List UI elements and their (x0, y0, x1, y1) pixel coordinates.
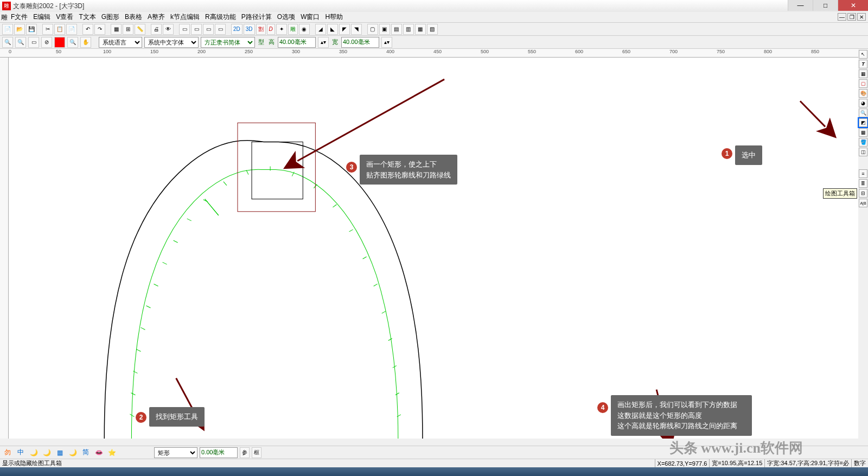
rtool-fill[interactable]: ▦ (859, 69, 867, 78)
menu-view[interactable]: V查看 (56, 12, 73, 22)
tool-a1[interactable]: ◢ (315, 24, 326, 35)
rtool-text[interactable]: T (859, 60, 867, 68)
width-label: 宽 (331, 38, 339, 46)
menu-advanced[interactable]: R高级功能 (205, 12, 236, 22)
rtool-ab[interactable]: A|B (859, 199, 867, 207)
tool-b3[interactable]: ▤ (391, 24, 402, 35)
tool-open[interactable]: 📂 (14, 24, 25, 35)
btool-5[interactable]: ▦ (54, 447, 65, 458)
canvas[interactable] (9, 58, 858, 439)
rtool-zoom[interactable]: 🔍 (859, 109, 867, 117)
shape-value[interactable]: 0.00毫米 (200, 447, 238, 458)
tool-layer1[interactable]: ▭ (179, 24, 190, 35)
tool-a4[interactable]: ◥ (351, 24, 362, 35)
badge-2: 2 (136, 412, 146, 423)
width-input[interactable]: 40.00毫米 (341, 37, 379, 48)
tool-redo[interactable]: ↷ (94, 24, 105, 35)
menu-file[interactable]: F文件 (11, 12, 28, 22)
mdi-restore-button[interactable]: ❐ (847, 13, 856, 21)
menu-window[interactable]: W窗口 (301, 12, 320, 22)
rtool-outline[interactable]: ▢ (859, 79, 867, 88)
close-button[interactable]: ✕ (838, 0, 868, 11)
tool-undo[interactable]: ↶ (82, 24, 93, 35)
rtool-align1[interactable]: ≡ (859, 169, 867, 178)
tool-ruler[interactable]: 📏 (135, 24, 145, 35)
tool-cut2[interactable]: 割 (256, 24, 266, 35)
tool-grid[interactable]: ▦ (111, 24, 122, 35)
minimize-button[interactable]: — (788, 0, 813, 11)
fill-red[interactable] (54, 37, 65, 48)
tool-b1[interactable]: ▢ (367, 24, 378, 35)
tool-save[interactable]: 💾 (26, 24, 37, 35)
shape-select[interactable]: 矩形 (154, 447, 197, 458)
rtool-color[interactable]: ▩ (859, 128, 867, 137)
btool-9[interactable]: ⭐ (106, 447, 117, 458)
tool-cut[interactable]: ✂ (42, 24, 53, 35)
tool-a2[interactable]: ◣ (327, 24, 338, 35)
rtool-palette[interactable]: 🎨 (859, 89, 867, 98)
menu-edit[interactable]: E编辑 (33, 12, 50, 22)
mdi-min-button[interactable]: — (838, 13, 846, 21)
zoom-tool[interactable]: 🔍 (67, 37, 78, 48)
menu-path[interactable]: P路径计算 (241, 12, 272, 22)
rtool-align2[interactable]: ≣ (859, 179, 867, 188)
btool-6[interactable]: 🌙 (67, 447, 78, 458)
tool-carve[interactable]: 雕 (288, 24, 298, 35)
menu-graphics[interactable]: G图形 (101, 12, 119, 22)
btool-3[interactable]: 🌙 (28, 447, 39, 458)
tool-copy[interactable]: 📋 (54, 24, 65, 35)
rtool-bucket[interactable]: 🪣 (859, 138, 867, 147)
btool-2[interactable]: 中 (15, 447, 26, 458)
menu-align[interactable]: A整齐 (148, 12, 165, 22)
tool-layer3[interactable]: ▭ (203, 24, 214, 35)
tool-carve-icon[interactable]: ✦ (276, 24, 287, 35)
rtool-shapes[interactable]: ◩ (859, 118, 867, 127)
tool-layer2[interactable]: ▭ (191, 24, 202, 35)
rtool-pointer[interactable]: ↖ (859, 50, 867, 59)
lang-select[interactable]: 系统语言 (99, 37, 142, 48)
pan-tool[interactable]: ✋ (80, 37, 91, 48)
tool-a3[interactable]: ◤ (339, 24, 350, 35)
zoom-in-button[interactable]: 🔍 (2, 37, 13, 48)
menu-table[interactable]: B表格 (125, 12, 142, 22)
btool-1[interactable]: 勿 (2, 447, 13, 458)
tool-mill[interactable]: ◉ (299, 24, 310, 35)
tool-2d[interactable]: 2D (231, 24, 242, 35)
btool-8[interactable]: 👄 (93, 447, 104, 458)
tool-b6[interactable]: ▧ (427, 24, 438, 35)
tool-b2[interactable]: ▣ (379, 24, 390, 35)
menu-help[interactable]: H帮助 (325, 12, 343, 22)
zoom-fit-button[interactable]: ▭ (28, 37, 39, 48)
menu-text[interactable]: T文本 (79, 12, 95, 22)
tool-b4[interactable]: ▥ (403, 24, 414, 35)
tool-print[interactable]: 🖨 (151, 24, 162, 35)
zoom-out-button[interactable]: 🔍 (15, 37, 26, 48)
menu-options[interactable]: O选项 (277, 12, 295, 22)
tool-preview[interactable]: 👁 (163, 24, 174, 35)
mdi-close-button[interactable]: ✕ (857, 13, 866, 21)
btool-4[interactable]: 🌙 (41, 447, 52, 458)
status-bar: 显示或隐藏绘图工具箱 X=682.73,Y=977.6 宽=10.95,高=12… (0, 459, 868, 467)
frame-button[interactable]: 框 (252, 447, 261, 458)
width-stepper[interactable]: ▴▾ (381, 37, 392, 48)
tool-paste[interactable]: 📄 (66, 24, 77, 35)
rtool-eraser[interactable]: ◫ (859, 148, 867, 156)
height-input[interactable]: 40.00毫米 (278, 37, 316, 48)
fontname-select[interactable]: 方正隶书简体 (201, 37, 255, 48)
tool-snap[interactable]: ⊞ (123, 24, 133, 35)
maximize-button[interactable]: □ (813, 0, 838, 11)
tool-3d[interactable]: 3D (244, 24, 255, 35)
param-button[interactable]: 参 (240, 447, 250, 458)
tool-new[interactable]: 📄 (2, 24, 13, 35)
height-stepper[interactable]: ▴▾ (318, 37, 329, 48)
tool-layer4[interactable]: ▭ (215, 24, 226, 35)
btool-7[interactable]: 简 (80, 447, 91, 458)
tool-d[interactable]: D (267, 24, 275, 35)
type-label: 型 (257, 38, 265, 46)
fill-none[interactable]: ⊘ (41, 37, 52, 48)
tool-b5[interactable]: ▦ (415, 24, 426, 35)
menu-node[interactable]: k节点编辑 (170, 12, 200, 22)
fontfamily-select[interactable]: 系统中文字体 (144, 37, 199, 48)
rtool-align3[interactable]: ⊟ (859, 189, 867, 198)
rtool-cymk[interactable]: ◕ (859, 99, 867, 107)
